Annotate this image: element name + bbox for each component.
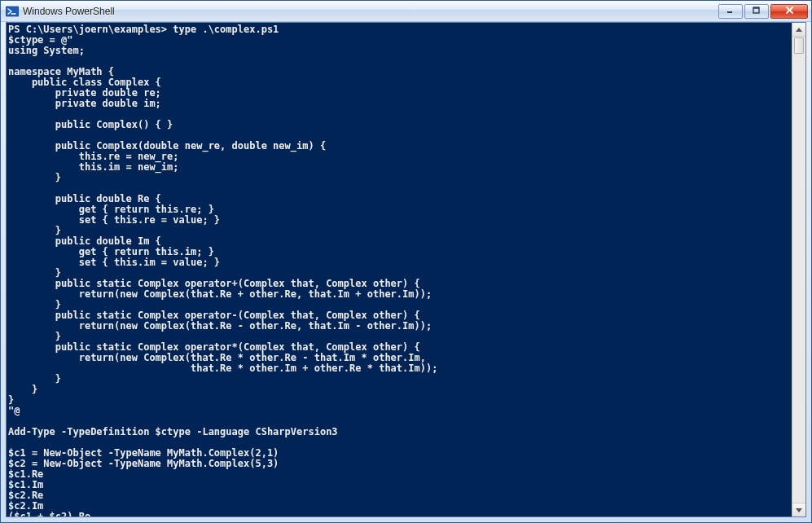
maximize-icon xyxy=(753,7,761,16)
maximize-button[interactable] xyxy=(744,4,769,19)
scrollbar-thumb[interactable] xyxy=(794,37,804,54)
scroll-up-button[interactable] xyxy=(792,23,805,37)
arrow-up-icon xyxy=(796,28,802,32)
arrow-down-icon xyxy=(796,508,802,512)
close-button[interactable] xyxy=(770,4,808,19)
window-title: Windows PowerShell xyxy=(23,6,717,17)
window-control-buttons xyxy=(717,4,808,19)
vertical-scrollbar[interactable] xyxy=(792,23,805,516)
client-area: PS C:\Users\joern\examples> type .\compl… xyxy=(6,22,806,517)
close-icon xyxy=(785,6,794,16)
minimize-button[interactable] xyxy=(718,4,743,19)
scroll-down-button[interactable] xyxy=(792,503,805,516)
titlebar[interactable]: Windows PowerShell xyxy=(1,1,811,22)
window-frame: Windows PowerShell PS C:\Users\joern\exa… xyxy=(0,0,812,523)
terminal-output[interactable]: PS C:\Users\joern\examples> type .\compl… xyxy=(7,23,792,516)
powershell-icon xyxy=(6,5,19,18)
minimize-icon xyxy=(726,7,735,16)
svg-rect-0 xyxy=(6,7,19,16)
